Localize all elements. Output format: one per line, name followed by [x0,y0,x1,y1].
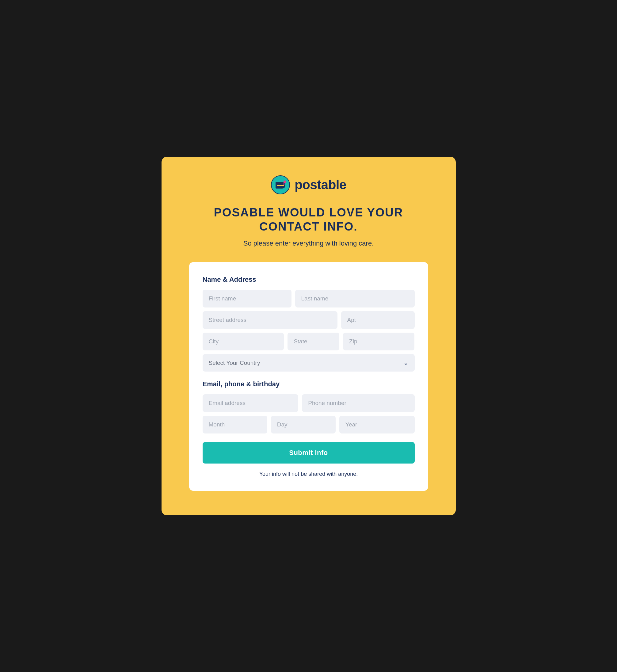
privacy-note: Your info will not be shared with anyone… [203,471,415,477]
logo-text: postable [294,177,346,192]
email-phone-row [203,394,415,412]
last-name-input[interactable] [295,290,415,308]
section-divider: Email, phone & birthday [203,380,415,388]
phone-input[interactable] [302,394,414,412]
street-row [203,311,415,329]
birthday-row [203,416,415,434]
page-container: postable POSABLE WOULD LOVE YOUR CONTACT… [162,157,456,515]
first-name-input[interactable] [203,290,291,308]
form-card: Name & Address Select Your Country Unite… [189,262,428,491]
submit-button[interactable]: Submit info [203,442,415,464]
year-input[interactable] [339,416,415,434]
logo-area: postable [271,175,346,195]
email-input[interactable] [203,394,298,412]
postable-logo-icon [271,175,290,195]
street-address-input[interactable] [203,311,338,329]
country-row: Select Your Country United States Canada… [203,354,415,371]
apt-input[interactable] [341,311,415,329]
svg-rect-5 [277,185,284,186]
day-input[interactable] [271,416,336,434]
zip-input[interactable] [343,333,414,350]
name-row [203,290,415,308]
city-input[interactable] [203,333,284,350]
city-state-zip-row [203,333,415,350]
page-title: POSABLE WOULD LOVE YOUR CONTACT INFO. [201,206,416,233]
section-email-phone-label: Email, phone & birthday [203,380,415,388]
country-select[interactable]: Select Your Country United States Canada… [203,354,415,371]
month-input[interactable] [203,416,267,434]
state-input[interactable] [287,333,339,350]
page-subtitle: So please enter everything with loving c… [243,239,374,247]
section-name-address-label: Name & Address [203,276,415,284]
country-select-wrapper: Select Your Country United States Canada… [203,354,415,371]
svg-rect-4 [283,181,286,183]
